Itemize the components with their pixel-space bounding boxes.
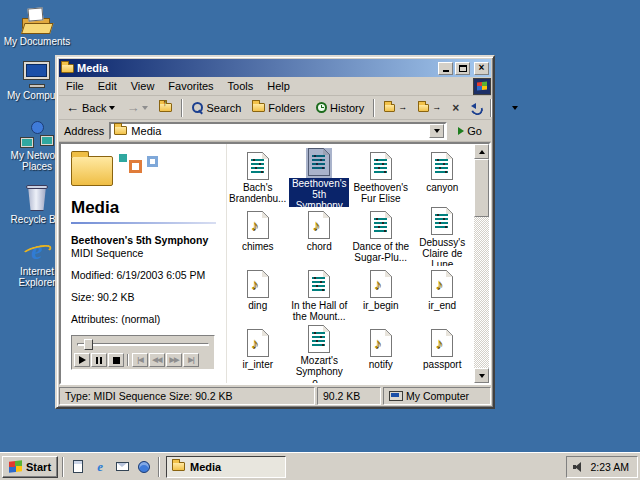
forward-icon: → xyxy=(126,101,139,114)
file-item-in-the-hall-of-the-mount[interactable]: In the Hall of the Mount... xyxy=(289,266,351,325)
title-bar[interactable]: Media × xyxy=(59,59,491,77)
windows-logo-throbber-icon xyxy=(473,78,491,95)
address-folder-icon xyxy=(114,126,127,135)
close-button[interactable]: × xyxy=(474,62,489,75)
copy-to-button[interactable]: → xyxy=(413,100,446,115)
taskbar-task-media[interactable]: Media xyxy=(166,456,286,478)
previous-button[interactable]: |◀ xyxy=(132,353,148,367)
status-bar: Type: MIDI Sequence Size: 90.2 KB 90.2 K… xyxy=(59,387,491,405)
views-dropdown-icon xyxy=(512,106,518,110)
browser-globe-icon[interactable] xyxy=(136,459,152,475)
window-content: Media Beethoven's 5th Symphony MIDI Sequ… xyxy=(59,142,491,385)
volume-speaker-icon[interactable] xyxy=(573,462,584,472)
file-item-ir-inter[interactable]: ♪ir_inter xyxy=(227,325,289,383)
file-item-beethoven-s-5th-symphony[interactable]: Beethoven's 5th Symphony xyxy=(289,148,351,207)
undo-button[interactable] xyxy=(465,100,486,115)
internet-explorer-quicklaunch-icon[interactable]: e xyxy=(92,459,108,475)
scroll-down-icon xyxy=(479,374,485,378)
move-to-button[interactable]: → xyxy=(379,100,412,115)
outlook-express-icon[interactable] xyxy=(114,459,130,475)
file-item-mozart-s-symphony-o[interactable]: Mozart's Symphony o... xyxy=(289,325,351,383)
file-item-dance-of-the-sugar-plu[interactable]: Dance of the Sugar-Plu... xyxy=(350,207,412,266)
file-item-canyon[interactable]: canyon xyxy=(412,148,474,207)
play-button[interactable] xyxy=(74,353,90,367)
pause-button[interactable] xyxy=(91,353,107,367)
file-label: Beethoven's 5th Symphony xyxy=(289,178,349,207)
forward-button[interactable]: → xyxy=(121,98,153,117)
menu-item-help[interactable]: Help xyxy=(260,79,297,93)
menu-item-tools[interactable]: Tools xyxy=(221,79,261,93)
status-zone-label: My Computer xyxy=(406,390,469,402)
taskbar-separator xyxy=(62,457,64,477)
start-button[interactable]: Start xyxy=(2,456,58,478)
task-folder-icon xyxy=(172,462,185,471)
search-button[interactable]: Search xyxy=(187,99,246,117)
file-item-ir-begin[interactable]: ♪ir_begin xyxy=(350,266,412,325)
taskbar: Start e Media 2:23 AM xyxy=(0,452,640,480)
midi-file-icon xyxy=(431,148,453,180)
file-item-beethoven-s-fur-elise[interactable]: Beethoven's Fur Elise xyxy=(350,148,412,207)
history-button[interactable]: History xyxy=(311,99,369,117)
selected-file-modified: Modified: 6/19/2003 6:05 PM xyxy=(71,269,216,282)
status-zone: My Computer xyxy=(383,387,491,405)
scroll-down-button[interactable] xyxy=(474,368,489,383)
scrollbar-track[interactable] xyxy=(474,159,489,368)
folders-button[interactable]: Folders xyxy=(247,99,310,117)
menu-item-file[interactable]: File xyxy=(59,79,91,93)
midi-file-icon xyxy=(308,148,330,176)
minimize-button[interactable] xyxy=(438,62,453,75)
file-label: ir_begin xyxy=(362,300,400,311)
fast-forward-button[interactable]: ▶▶ xyxy=(166,353,182,367)
system-tray: 2:23 AM xyxy=(566,456,638,478)
midi-file-icon xyxy=(370,148,392,180)
address-input[interactable]: Media xyxy=(109,122,447,140)
file-label: ding xyxy=(247,300,268,311)
desktop-icon-my-documents[interactable]: My Documents xyxy=(2,6,72,47)
file-item-ding[interactable]: ♪ding xyxy=(227,266,289,325)
file-item-passport[interactable]: ♪passport xyxy=(412,325,474,383)
address-dropdown-button[interactable] xyxy=(429,124,444,138)
seek-slider[interactable] xyxy=(74,338,212,351)
menu-bar: FileEditViewFavoritesToolsHelp xyxy=(59,77,491,96)
file-label: notify xyxy=(368,359,394,370)
maximize-button[interactable] xyxy=(455,62,470,75)
status-type: Type: MIDI Sequence Size: 90.2 KB xyxy=(59,387,315,405)
undo-icon xyxy=(470,103,481,112)
back-button[interactable]: ← Back xyxy=(61,98,120,117)
views-button[interactable] xyxy=(496,101,523,115)
file-item-notify[interactable]: ♪notify xyxy=(350,325,412,383)
history-label: History xyxy=(330,102,364,114)
file-item-bach-s-brandenbu[interactable]: Bach's Brandenbu... xyxy=(227,148,289,207)
menu-item-favorites[interactable]: Favorites xyxy=(161,79,220,93)
toolbar-separator xyxy=(373,99,375,117)
menu-item-view[interactable]: View xyxy=(124,79,162,93)
file-item-ir-end[interactable]: ♪ir_end xyxy=(412,266,474,325)
seek-thumb[interactable] xyxy=(84,339,93,350)
rewind-button[interactable]: ◀◀ xyxy=(149,353,165,367)
show-desktop-icon[interactable] xyxy=(70,459,86,475)
taskbar-clock: 2:23 AM xyxy=(590,461,629,473)
selected-file-attributes: Attributes: (normal) xyxy=(71,313,216,326)
folders-icon xyxy=(252,103,265,112)
menu-item-edit[interactable]: Edit xyxy=(91,79,124,93)
delete-button[interactable]: × xyxy=(447,99,464,117)
midi-file-icon xyxy=(308,266,330,298)
file-item-chord[interactable]: ♪chord xyxy=(289,207,351,266)
file-item-chimes[interactable]: ♪chimes xyxy=(227,207,289,266)
file-item-debussy-s-claire-de-lune[interactable]: Debussy's Claire de Lune xyxy=(412,207,474,266)
scrollbar-thumb[interactable] xyxy=(474,159,489,217)
vertical-scrollbar[interactable] xyxy=(473,144,489,383)
midi-file-icon xyxy=(370,207,392,239)
toolbar: ← Back → ↑ Search Folders Hist xyxy=(59,96,491,120)
next-button[interactable]: ▶| xyxy=(183,353,199,367)
toolbar-separator xyxy=(181,99,183,117)
stop-button[interactable] xyxy=(108,353,124,367)
back-icon: ← xyxy=(66,101,79,114)
up-button[interactable]: ↑ xyxy=(154,99,177,117)
go-button[interactable]: Go xyxy=(452,123,488,139)
search-label: Search xyxy=(206,102,241,114)
quick-launch: e xyxy=(68,459,154,475)
panel-divider xyxy=(71,222,216,224)
scroll-up-button[interactable] xyxy=(474,144,489,159)
my-documents-icon xyxy=(2,6,72,34)
